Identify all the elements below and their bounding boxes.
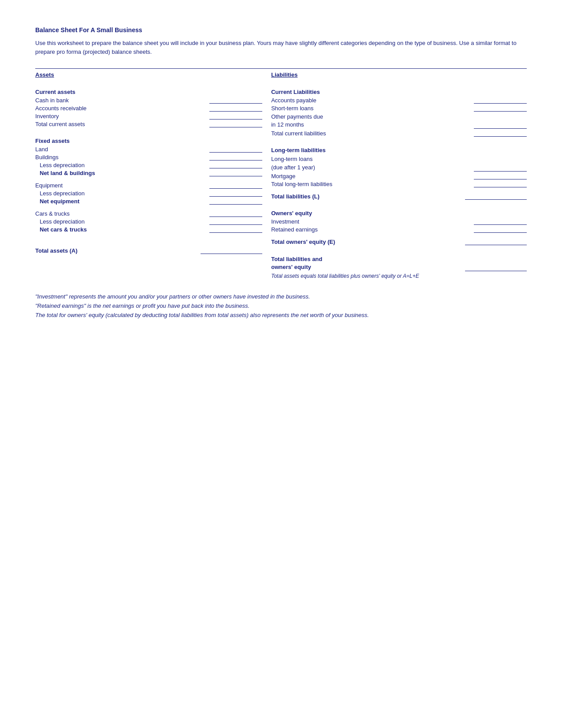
footer-notes: "Investment" represents the amount you a… <box>35 292 527 320</box>
owners-equity-title: Owners' equity <box>271 210 527 217</box>
list-item: Short-term loans <box>271 105 527 112</box>
list-item: Less depreciation <box>35 162 262 168</box>
list-item: Total current assets <box>35 121 262 127</box>
less-depreciation-cars: Less depreciation <box>35 218 262 225</box>
footer-note-2: "Retained earnings" is the net earnings … <box>35 302 527 311</box>
list-item: Accounts payable <box>271 97 527 104</box>
cars-trucks: Cars & trucks <box>35 210 262 217</box>
intro-text: Use this worksheet to prepare the balanc… <box>35 39 527 56</box>
retained-earnings: Retained earnings <box>271 226 527 233</box>
investment: Investment <box>271 218 527 225</box>
page-title: Balance Sheet For A Small Business <box>35 26 527 34</box>
list-item: Buildings <box>35 154 262 161</box>
net-land-buildings: Net land & buildings <box>35 170 262 176</box>
current-assets-title: Current assets <box>35 89 262 95</box>
long-term-loans: Long-term loans (due after 1 year) <box>271 155 527 171</box>
assets-column: Current assets Cash in bank Accounts rec… <box>35 84 271 279</box>
equipment-item: Equipment <box>35 182 262 189</box>
current-liabilities-title: Current Liabilities <box>271 89 527 95</box>
list-item: Accounts receivable <box>35 105 262 112</box>
footer-note-3: The total for owners' equity (calculated… <box>35 311 527 320</box>
total-long-term: Total long-term liabilities <box>271 181 527 187</box>
total-owners-equity: Total owners' equity (E) <box>271 239 527 245</box>
long-term-liabilities-title: Long-term liabilities <box>271 147 527 153</box>
total-liabilities-equity: Total liabilities and owners' equity <box>271 255 527 271</box>
total-current-liabilities: Total current liabilities <box>271 130 527 137</box>
list-item: Inventory <box>35 113 262 119</box>
liabilities-header: Liabilities <box>271 71 298 78</box>
net-equipment: Net equipment <box>35 198 262 205</box>
other-payments-due: Other payments due in 12 months <box>271 113 527 129</box>
total-liabilities: Total liabilities (L) <box>271 193 527 200</box>
total-note: Total assets equals total liabilities pl… <box>271 273 527 279</box>
footer-note-1: "Investment" represents the amount you a… <box>35 292 527 302</box>
fixed-assets-title: Fixed assets <box>35 138 262 144</box>
assets-header: Assets <box>35 71 54 78</box>
less-depreciation-equip: Less depreciation <box>35 190 262 197</box>
net-cars-trucks: Net cars & trucks <box>35 226 262 233</box>
mortgage: Mortgage <box>271 173 527 179</box>
list-item: Cash in bank <box>35 97 262 104</box>
total-assets: Total assets (A) <box>35 247 262 254</box>
list-item: Land <box>35 146 262 153</box>
liabilities-column: Current Liabilities Accounts payable Sho… <box>271 84 527 279</box>
